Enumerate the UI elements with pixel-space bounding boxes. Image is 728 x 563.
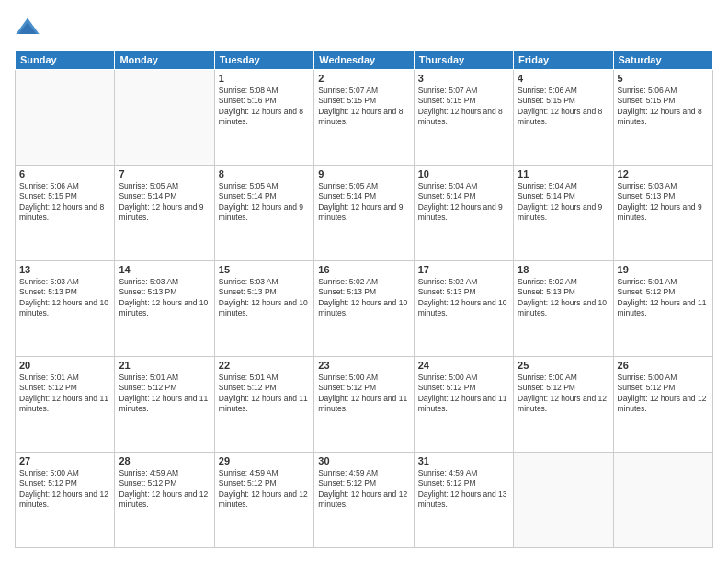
- day-cell: 17Sunrise: 5:02 AM Sunset: 5:13 PM Dayli…: [414, 261, 513, 357]
- day-cell: [16, 70, 115, 166]
- day-info: Sunrise: 5:01 AM Sunset: 5:12 PM Dayligh…: [618, 277, 709, 319]
- day-cell: 9Sunrise: 5:05 AM Sunset: 5:14 PM Daylig…: [314, 166, 414, 261]
- day-cell: 21Sunrise: 5:01 AM Sunset: 5:12 PM Dayli…: [115, 357, 214, 453]
- day-info: Sunrise: 5:03 AM Sunset: 5:13 PM Dayligh…: [19, 277, 110, 319]
- day-header-wednesday: Wednesday: [314, 51, 414, 70]
- day-cell: 15Sunrise: 5:03 AM Sunset: 5:13 PM Dayli…: [214, 261, 313, 357]
- day-number: 2: [318, 73, 409, 84]
- day-info: Sunrise: 5:01 AM Sunset: 5:12 PM Dayligh…: [219, 373, 310, 415]
- day-number: 31: [418, 455, 509, 466]
- day-cell: 28Sunrise: 4:59 AM Sunset: 5:12 PM Dayli…: [115, 453, 214, 548]
- day-info: Sunrise: 5:07 AM Sunset: 5:15 PM Dayligh…: [318, 86, 409, 128]
- day-cell: 2Sunrise: 5:07 AM Sunset: 5:15 PM Daylig…: [314, 70, 414, 166]
- day-info: Sunrise: 5:05 AM Sunset: 5:14 PM Dayligh…: [318, 181, 409, 224]
- day-number: 16: [318, 264, 409, 275]
- day-cell: [514, 453, 613, 548]
- day-cell: 10Sunrise: 5:04 AM Sunset: 5:14 PM Dayli…: [414, 166, 513, 261]
- day-number: 21: [119, 360, 210, 371]
- day-info: Sunrise: 5:00 AM Sunset: 5:12 PM Dayligh…: [518, 373, 609, 415]
- day-cell: 7Sunrise: 5:05 AM Sunset: 5:14 PM Daylig…: [115, 166, 214, 261]
- day-info: Sunrise: 5:00 AM Sunset: 5:12 PM Dayligh…: [318, 373, 409, 415]
- day-number: 28: [119, 455, 210, 466]
- day-info: Sunrise: 5:03 AM Sunset: 5:13 PM Dayligh…: [119, 277, 210, 319]
- day-cell: 4Sunrise: 5:06 AM Sunset: 5:15 PM Daylig…: [514, 70, 613, 166]
- day-cell: 22Sunrise: 5:01 AM Sunset: 5:12 PM Dayli…: [214, 357, 313, 453]
- day-info: Sunrise: 4:59 AM Sunset: 5:12 PM Dayligh…: [219, 468, 310, 511]
- day-cell: 3Sunrise: 5:07 AM Sunset: 5:15 PM Daylig…: [414, 70, 513, 166]
- week-row-3: 13Sunrise: 5:03 AM Sunset: 5:13 PM Dayli…: [16, 261, 713, 357]
- page: SundayMondayTuesdayWednesdayThursdayFrid…: [0, 0, 728, 563]
- day-number: 8: [219, 168, 310, 179]
- day-number: 19: [618, 264, 709, 275]
- day-number: 7: [119, 168, 210, 179]
- day-info: Sunrise: 5:00 AM Sunset: 5:12 PM Dayligh…: [418, 373, 509, 415]
- day-info: Sunrise: 5:04 AM Sunset: 5:14 PM Dayligh…: [518, 181, 609, 224]
- calendar-table: SundayMondayTuesdayWednesdayThursdayFrid…: [15, 50, 713, 548]
- day-number: 27: [19, 455, 110, 466]
- day-number: 3: [418, 73, 509, 84]
- day-number: 29: [219, 455, 310, 466]
- day-number: 25: [518, 360, 609, 371]
- day-number: 12: [618, 168, 709, 179]
- calendar-body: 1Sunrise: 5:08 AM Sunset: 5:16 PM Daylig…: [16, 70, 713, 548]
- day-cell: 8Sunrise: 5:05 AM Sunset: 5:14 PM Daylig…: [214, 166, 313, 261]
- day-number: 4: [518, 73, 609, 84]
- week-row-2: 6Sunrise: 5:06 AM Sunset: 5:15 PM Daylig…: [16, 166, 713, 261]
- day-number: 26: [618, 360, 709, 371]
- day-cell: 18Sunrise: 5:02 AM Sunset: 5:13 PM Dayli…: [514, 261, 613, 357]
- day-number: 22: [219, 360, 310, 371]
- day-header-sunday: Sunday: [16, 51, 115, 70]
- calendar-header: SundayMondayTuesdayWednesdayThursdayFrid…: [16, 51, 713, 70]
- day-number: 18: [518, 264, 609, 275]
- day-info: Sunrise: 5:00 AM Sunset: 5:12 PM Dayligh…: [19, 468, 110, 511]
- day-info: Sunrise: 5:04 AM Sunset: 5:14 PM Dayligh…: [418, 181, 509, 224]
- day-info: Sunrise: 5:03 AM Sunset: 5:13 PM Dayligh…: [618, 181, 709, 224]
- day-number: 5: [618, 73, 709, 84]
- day-number: 15: [219, 264, 310, 275]
- day-cell: 11Sunrise: 5:04 AM Sunset: 5:14 PM Dayli…: [514, 166, 613, 261]
- header: [15, 15, 713, 40]
- day-cell: 16Sunrise: 5:02 AM Sunset: 5:13 PM Dayli…: [314, 261, 414, 357]
- day-cell: 25Sunrise: 5:00 AM Sunset: 5:12 PM Dayli…: [514, 357, 613, 453]
- day-number: 24: [418, 360, 509, 371]
- day-number: 11: [518, 168, 609, 179]
- day-info: Sunrise: 4:59 AM Sunset: 5:12 PM Dayligh…: [119, 468, 210, 511]
- day-info: Sunrise: 5:02 AM Sunset: 5:13 PM Dayligh…: [318, 277, 409, 319]
- day-cell: 26Sunrise: 5:00 AM Sunset: 5:12 PM Dayli…: [613, 357, 712, 453]
- day-number: 9: [318, 168, 409, 179]
- day-cell: 13Sunrise: 5:03 AM Sunset: 5:13 PM Dayli…: [16, 261, 115, 357]
- day-cell: 31Sunrise: 4:59 AM Sunset: 5:12 PM Dayli…: [414, 453, 513, 548]
- day-info: Sunrise: 5:02 AM Sunset: 5:13 PM Dayligh…: [418, 277, 509, 319]
- day-header-friday: Friday: [514, 51, 613, 70]
- day-info: Sunrise: 5:03 AM Sunset: 5:13 PM Dayligh…: [219, 277, 310, 319]
- day-cell: 24Sunrise: 5:00 AM Sunset: 5:12 PM Dayli…: [414, 357, 513, 453]
- week-row-4: 20Sunrise: 5:01 AM Sunset: 5:12 PM Dayli…: [16, 357, 713, 453]
- day-info: Sunrise: 4:59 AM Sunset: 5:12 PM Dayligh…: [318, 468, 409, 511]
- day-cell: 30Sunrise: 4:59 AM Sunset: 5:12 PM Dayli…: [314, 453, 414, 548]
- day-cell: 20Sunrise: 5:01 AM Sunset: 5:12 PM Dayli…: [16, 357, 115, 453]
- day-header-thursday: Thursday: [414, 51, 513, 70]
- day-info: Sunrise: 5:08 AM Sunset: 5:16 PM Dayligh…: [219, 86, 310, 128]
- week-row-1: 1Sunrise: 5:08 AM Sunset: 5:16 PM Daylig…: [16, 70, 713, 166]
- day-info: Sunrise: 5:01 AM Sunset: 5:12 PM Dayligh…: [19, 373, 110, 415]
- day-cell: [613, 453, 712, 548]
- day-cell: 14Sunrise: 5:03 AM Sunset: 5:13 PM Dayli…: [115, 261, 214, 357]
- day-number: 23: [318, 360, 409, 371]
- day-cell: 19Sunrise: 5:01 AM Sunset: 5:12 PM Dayli…: [613, 261, 712, 357]
- week-row-5: 27Sunrise: 5:00 AM Sunset: 5:12 PM Dayli…: [16, 453, 713, 548]
- day-cell: 29Sunrise: 4:59 AM Sunset: 5:12 PM Dayli…: [214, 453, 313, 548]
- logo-icon: [15, 15, 40, 40]
- day-number: 14: [119, 264, 210, 275]
- logo: [15, 15, 44, 40]
- day-info: Sunrise: 5:06 AM Sunset: 5:15 PM Dayligh…: [19, 181, 110, 224]
- day-info: Sunrise: 4:59 AM Sunset: 5:12 PM Dayligh…: [418, 468, 509, 511]
- day-info: Sunrise: 5:06 AM Sunset: 5:15 PM Dayligh…: [518, 86, 609, 128]
- day-info: Sunrise: 5:06 AM Sunset: 5:15 PM Dayligh…: [618, 86, 709, 128]
- day-number: 10: [418, 168, 509, 179]
- day-cell: 5Sunrise: 5:06 AM Sunset: 5:15 PM Daylig…: [613, 70, 712, 166]
- day-number: 13: [19, 264, 110, 275]
- day-header-saturday: Saturday: [613, 51, 712, 70]
- day-number: 17: [418, 264, 509, 275]
- day-cell: 27Sunrise: 5:00 AM Sunset: 5:12 PM Dayli…: [16, 453, 115, 548]
- header-row: SundayMondayTuesdayWednesdayThursdayFrid…: [16, 51, 713, 70]
